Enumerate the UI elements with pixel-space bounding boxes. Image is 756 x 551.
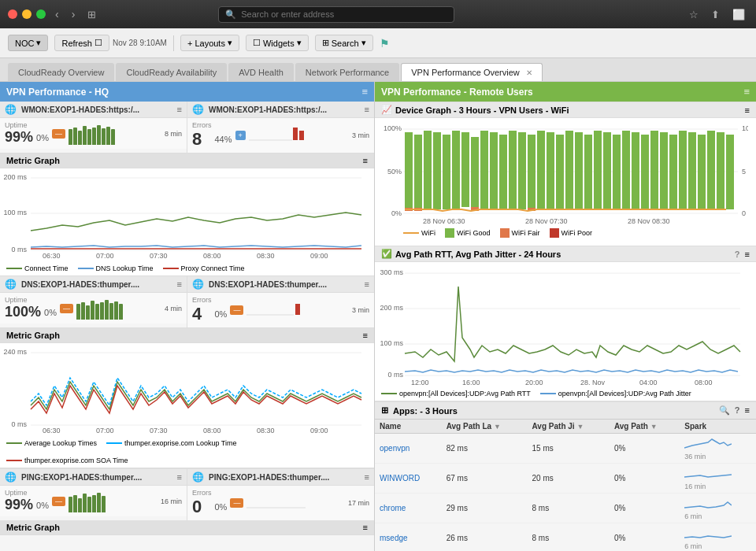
wmon1-menu-icon[interactable]: ≡ (177, 105, 182, 114)
ping2-menu-icon[interactable]: ≡ (365, 472, 369, 482)
svg-rect-56 (584, 135, 592, 209)
tab-network-performance[interactable]: Network Performance (295, 63, 399, 81)
layouts-button[interactable]: + Layouts ▾ (180, 35, 239, 51)
widget-row-1: 🌐 WMON:EXOP1-HADES:https:/... ≡ Uptime 9… (0, 102, 374, 153)
metric1-header: Metric Graph ≡ (0, 153, 374, 168)
refresh-button[interactable]: Refresh ☐ (54, 35, 109, 51)
metric-graph-3: Metric Graph ≡ (0, 520, 374, 535)
ping1-menu-icon[interactable]: ≡ (177, 472, 182, 482)
svg-text:07:30: 07:30 (150, 427, 168, 433)
dns1-body: Uptime 100% 0% — (0, 293, 187, 324)
wmon2-error-spark (249, 124, 312, 146)
metric3-menu-icon[interactable]: ≡ (363, 523, 368, 532)
right-panel: VPN Performance - Remote Users ≡ 📈 Devic… (375, 82, 756, 551)
sidebar-button[interactable]: ⬜ (729, 7, 748, 22)
app-jitter-openvpn: 15 ms (528, 434, 610, 464)
svg-text:100 ms: 100 ms (3, 209, 27, 216)
tab-vpn-performance[interactable]: VPN Performance Overview ✕ (401, 63, 543, 81)
metric1-graph: 200 ms 100 ms 0 ms 06:30 07:00 07:30 08:… (0, 168, 374, 263)
widget-dns-1: 🌐 DNS:EXOP1-HADES:thumper.... ≡ Uptime 1… (0, 276, 187, 327)
wmon1-body: Uptime 99% 0% — (0, 118, 187, 149)
col-avg-path: Avg Path ▼ (610, 420, 680, 434)
bookmark-button[interactable]: ☆ (686, 7, 702, 22)
forward-button[interactable]: › (69, 6, 79, 22)
ping2-status-btn[interactable]: — (230, 498, 243, 508)
back-button[interactable]: ‹ (52, 6, 62, 22)
svg-text:100 ms: 100 ms (380, 339, 403, 347)
metric2-graph: 240 ms 0 ms 06:30 07:00 07:30 08:00 08:3… (0, 343, 374, 438)
svg-rect-45 (480, 131, 488, 209)
dns1-title: DNS:EXOP1-HADES:thumper.... (21, 280, 174, 289)
svg-text:240 ms: 240 ms (3, 348, 27, 356)
device-graph-menu-icon[interactable]: ≡ (745, 105, 750, 115)
address-bar[interactable]: 🔍 Search or enter address (218, 6, 454, 23)
search-button[interactable]: ⊞ Search ▾ (315, 35, 373, 51)
tab-cloudready-availability[interactable]: CloudReady Availability (116, 63, 227, 81)
svg-text:0 ms: 0 ms (11, 420, 27, 428)
apps-menu-icon[interactable]: ≡ (745, 405, 750, 416)
noc-button[interactable]: NOC ▾ (8, 35, 48, 51)
svg-text:200 ms: 200 ms (3, 173, 27, 181)
dns1-status-btn[interactable]: — (60, 304, 73, 313)
svg-rect-49 (518, 132, 526, 209)
app-latency-chrome: 29 ms (442, 494, 528, 523)
dns2-menu-icon[interactable]: ≡ (365, 279, 369, 289)
app-spark-msedge: 6 min (680, 523, 756, 552)
metric-graph-1: Metric Graph ≡ 200 ms 100 ms 0 ms 06:30 … (0, 153, 374, 276)
svg-rect-60 (622, 131, 630, 209)
svg-text:08:30: 08:30 (257, 252, 275, 258)
dns2-time: 3 min (352, 306, 369, 314)
table-row: WINWORD 67 ms 20 ms 0% 16 min (375, 464, 756, 494)
svg-text:12:00: 12:00 (411, 379, 429, 385)
close-button[interactable] (8, 9, 17, 19)
rtt-menu-icon[interactable]: ≡ (745, 250, 750, 259)
svg-text:28 Nov 06:30: 28 Nov 06:30 (423, 217, 465, 225)
share-button[interactable]: ⬆ (708, 7, 723, 22)
svg-text:08:00: 08:00 (695, 379, 713, 385)
svg-rect-38 (414, 135, 422, 209)
maximize-button[interactable] (36, 9, 46, 19)
svg-rect-39 (424, 131, 432, 209)
app-jitter-winword: 20 ms (528, 464, 610, 494)
svg-text:28 Nov 08:30: 28 Nov 08:30 (628, 217, 670, 225)
table-row: msedge 26 ms 8 ms 0% 6 min (375, 523, 756, 552)
tab-avd-health[interactable]: AVD Health (228, 63, 294, 81)
svg-rect-53 (556, 135, 564, 209)
svg-text:300 ms: 300 ms (380, 268, 403, 276)
wmon2-header: 🌐 WMON:EXOP1-HADES:https:/... ≡ (187, 102, 374, 118)
window-view-button[interactable]: ⊞ (84, 7, 99, 22)
svg-rect-40 (433, 132, 441, 209)
tab-close-icon[interactable]: ✕ (526, 68, 532, 77)
dns2-status-btn[interactable]: — (230, 305, 243, 315)
right-panel-menu-icon[interactable]: ≡ (743, 86, 750, 98)
dns1-time: 4 min (165, 305, 182, 312)
svg-text:08:30: 08:30 (257, 427, 275, 433)
metric2-menu-icon[interactable]: ≡ (363, 331, 368, 340)
dns1-menu-icon[interactable]: ≡ (177, 279, 182, 289)
flag-button[interactable]: ⚑ (380, 37, 390, 50)
widget-wmon-1: 🌐 WMON:EXOP1-HADES:https:/... ≡ Uptime 9… (0, 102, 187, 153)
wmon1-status-btn[interactable]: — (52, 129, 65, 139)
col-spark: Spark (680, 420, 756, 434)
globe-icon: 🌐 (5, 104, 17, 115)
wmon1-title: WMON:EXOP1-HADES:https:/... (21, 105, 174, 114)
widgets-button[interactable]: ☐ Widgets ▾ (246, 35, 309, 51)
svg-rect-50 (528, 135, 536, 209)
app-jitter-msedge: 8 ms (528, 523, 610, 552)
svg-text:16:00: 16:00 (462, 379, 480, 385)
metric-graph-2: Metric Graph ≡ 240 ms 0 ms 06:30 07:00 0… (0, 328, 374, 468)
apps-search-icon[interactable]: 🔍 (719, 405, 730, 416)
globe-icon5: 🌐 (5, 471, 17, 483)
apps-question-icon[interactable]: ? (735, 405, 740, 416)
rtt-help-icon[interactable]: ? (735, 250, 740, 259)
minimize-button[interactable] (22, 9, 32, 19)
globe-icon6: 🌐 (192, 471, 204, 483)
wmon2-status-btn[interactable]: + (235, 131, 246, 140)
metric1-menu-icon[interactable]: ≡ (363, 156, 368, 165)
metric1-legend: Connect Time DNS Lookup Time Proxy Conne… (0, 263, 374, 276)
app-latency-openvpn: 82 ms (442, 434, 528, 464)
left-panel-menu-icon[interactable]: ≡ (361, 86, 368, 98)
ping1-status-btn[interactable]: — (52, 497, 65, 506)
wmon2-menu-icon[interactable]: ≡ (365, 105, 369, 114)
tab-cloudready-overview[interactable]: CloudReady Overview (8, 63, 114, 81)
